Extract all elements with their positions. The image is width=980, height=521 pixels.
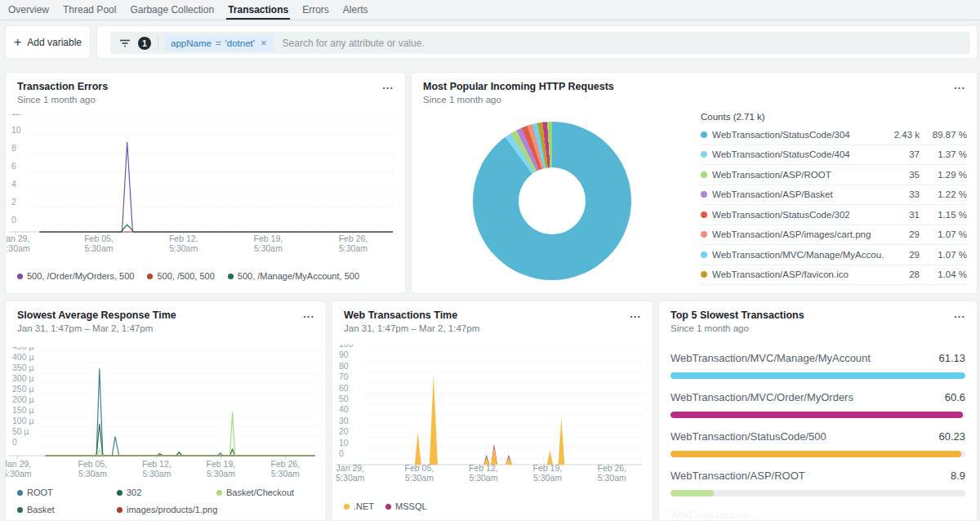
transaction-row[interactable]: WebTransaction/MVC/Manage/MyAccount61.13 <box>670 347 965 386</box>
tab-transactions[interactable]: Transactions <box>226 0 290 20</box>
legend-dot <box>701 171 707 178</box>
row-count: 33 <box>884 189 920 199</box>
table-row[interactable]: WebTransaction/StatusCode/302311.15 % <box>701 205 967 225</box>
legend-item[interactable]: 500, /Manage/MyAccount, 500 <box>228 271 359 281</box>
tab-alerts[interactable]: Alerts <box>341 0 370 20</box>
panel-menu-button[interactable]: ... <box>952 81 967 91</box>
panel-http-requests: Most Popular Incoming HTTP Requests Sinc… <box>411 72 978 294</box>
web-transactions-time-chart[interactable]: 1009080706050403020100Jan 29,5:30amFeb 0… <box>332 345 653 487</box>
legend-item[interactable]: 302 <box>117 488 216 497</box>
legend-column: Basket/Checkout <box>216 488 316 514</box>
bar-fill <box>670 451 961 457</box>
panel-menu-button[interactable]: ... <box>628 309 643 319</box>
panel-subtitle: Jan 31, 1:47pm – Mar 2, 1:47pm <box>344 323 479 333</box>
chip-operator: = <box>216 38 221 48</box>
filter-bar: 1 appName = 'dotnet' × Search for any at… <box>96 25 978 59</box>
legend-item[interactable]: Basket <box>17 505 117 514</box>
legend-item[interactable]: 500, /Order/MyOrders, 500 <box>17 271 134 281</box>
svg-text:100: 100 <box>339 345 354 349</box>
table-row[interactable]: WebTransaction/ASP/images/cart.png291.07… <box>701 225 967 246</box>
panel-title: Most Popular Incoming HTTP Requests <box>423 81 614 92</box>
table-row[interactable]: WebTransaction/MVC/Manage/MyAccou...291.… <box>701 245 967 265</box>
slowest-avg-response-chart[interactable]: 450 µ400 µ350 µ300 µ250 µ200 µ150 µ100 µ… <box>6 347 327 484</box>
transaction-label: WebTransaction/StatusCode/500 <box>670 430 826 443</box>
panel-menu-button[interactable]: ... <box>381 81 395 91</box>
slowest-avg-response-legend: ROOTBasket302images/products/1.pngBasket… <box>17 488 316 514</box>
legend-item[interactable]: 500, /500, 500 <box>147 271 214 281</box>
legend-item[interactable]: MSSQL <box>385 501 427 511</box>
transaction-errors-chart[interactable]: 121086420Jan 29,5:30amFeb 05,5:30amFeb 1… <box>6 114 406 259</box>
svg-text:400 µ: 400 µ <box>12 352 34 362</box>
row-count: 29 <box>884 250 920 260</box>
bar-track <box>670 490 965 497</box>
transaction-row[interactable]: WebTransaction/StatusCode/50060.23 <box>670 425 965 465</box>
legend-item[interactable]: Basket/Checkout <box>216 488 316 497</box>
transaction-value: 8.9 <box>951 470 965 482</box>
legend-item[interactable]: ROOT <box>17 488 117 497</box>
legend-dot <box>701 131 707 138</box>
table-row[interactable]: WebTransaction/StatusCode/404371.37 % <box>701 145 967 166</box>
tab-errors[interactable]: Errors <box>301 0 331 20</box>
row-label: WebTransaction/StatusCode/302 <box>712 210 884 220</box>
panel-top5-slowest: Top 5 Slowest Transactions Since 1 month… <box>658 301 978 521</box>
series-Basket <box>46 424 315 456</box>
tab-overview[interactable]: Overview <box>7 0 51 20</box>
row-percent: 89.87 % <box>920 130 967 140</box>
search-placeholder: Search for any attribute or value. <box>283 38 425 49</box>
legend-dot <box>344 504 350 510</box>
svg-text:12: 12 <box>11 114 21 117</box>
filter-search-area[interactable]: 1 appName = 'dotnet' × Search for any at… <box>110 32 970 54</box>
table-row[interactable]: WebTransaction/ASP/Basket331.22 % <box>701 185 967 206</box>
http-requests-donut-chart[interactable] <box>473 122 631 280</box>
svg-text:10: 10 <box>11 125 21 135</box>
web-transactions-time-legend: .NETMSSQL <box>344 501 427 511</box>
svg-text:5:30am: 5:30am <box>598 473 626 483</box>
transaction-row[interactable]: WebTransaction/MVC/Order/MyOrders60.6 <box>670 386 965 425</box>
row-count: 35 <box>884 170 920 180</box>
transaction-row-header: WebTransaction/ASP/ROOT8.9 <box>670 470 965 482</box>
top5-bar-list: WebTransaction/MVC/Manage/MyAccount61.13… <box>670 347 965 521</box>
row-percent: 1.07 % <box>920 250 967 260</box>
tab-thread-pool[interactable]: Thread Pool <box>61 0 118 20</box>
chip-remove-icon[interactable]: × <box>261 37 267 49</box>
legend-item[interactable]: images/products/1.png <box>117 505 216 514</box>
svg-text:100 µ: 100 µ <box>12 416 34 425</box>
transaction-row-header: WebTransaction/StatusCode/50060.23 <box>670 430 965 443</box>
svg-text:Feb 05,: Feb 05, <box>78 459 108 469</box>
legend-label: MSSQL <box>395 501 427 511</box>
panel-title: Slowest Average Response Time <box>17 309 176 321</box>
row-label: WebTransaction/MVC/Manage/MyAccou... <box>712 250 884 260</box>
transaction-value: 60.6 <box>945 391 965 403</box>
row-percent: 1.37 % <box>920 149 967 159</box>
row-percent: 1.07 % <box>920 229 967 239</box>
row-percent: 1.15 % <box>920 210 967 220</box>
legend-dot <box>117 490 122 496</box>
filter-chip[interactable]: appName = 'dotnet' × <box>165 35 273 51</box>
panel-slowest-avg-response: Slowest Average Response Time Jan 31, 1:… <box>5 301 327 521</box>
transaction-row-header: WebTransaction/... <box>670 509 965 521</box>
legend-dot <box>17 507 23 513</box>
svg-text:200 µ: 200 µ <box>12 394 34 404</box>
transaction-row[interactable]: WebTransaction/ASP/ROOT8.9 <box>670 465 965 504</box>
row-label: WebTransaction/StatusCode/304 <box>712 130 884 140</box>
legend-label: 500, /Order/MyOrders, 500 <box>27 271 134 281</box>
svg-text:10: 10 <box>339 438 349 448</box>
svg-text:Feb 26,: Feb 26, <box>597 463 626 473</box>
legend-dot <box>117 507 122 513</box>
tab-garbage-collection[interactable]: Garbage Collection <box>128 0 216 20</box>
transaction-label: WebTransaction/MVC/Manage/MyAccount <box>670 352 871 364</box>
table-row[interactable]: WebTransaction/StatusCode/3042.43 k89.87… <box>701 125 967 145</box>
svg-text:Jan 29,: Jan 29, <box>336 463 364 473</box>
svg-text:5:30am: 5:30am <box>336 473 364 483</box>
panel-menu-button[interactable]: ... <box>301 309 316 319</box>
svg-text:5:30am: 5:30am <box>207 469 235 479</box>
panel-subtitle: Since 1 month ago <box>670 323 804 333</box>
panel-menu-button[interactable]: ... <box>952 309 967 319</box>
add-variable-button[interactable]: + Add variable <box>5 25 91 59</box>
legend-item[interactable]: .NET <box>344 501 374 511</box>
table-row[interactable]: WebTransaction/ASP/ROOT351.29 % <box>701 165 967 185</box>
legend-label: 302 <box>127 488 141 497</box>
table-row[interactable]: WebTransaction/ASP/favicon.ico281.04 % <box>701 265 967 286</box>
svg-text:8: 8 <box>11 143 16 153</box>
bar-fill <box>670 412 963 418</box>
